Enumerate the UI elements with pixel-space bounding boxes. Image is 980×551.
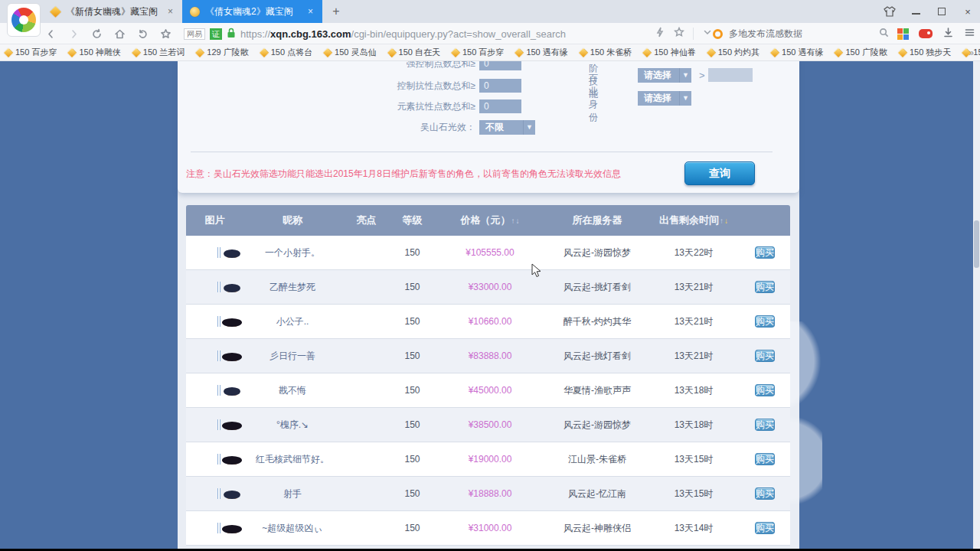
row-level: 150 <box>391 523 433 533</box>
games-icon[interactable] <box>919 29 933 38</box>
bookmark-favicon-icon <box>387 47 397 57</box>
new-tab-button[interactable]: + <box>328 4 345 19</box>
bookmark-item[interactable]: 150 独步天 <box>899 47 951 58</box>
row-nickname[interactable]: °槐序.↘ <box>243 419 341 432</box>
refresh-icon[interactable] <box>90 28 103 41</box>
home-icon[interactable] <box>113 28 126 41</box>
col-price-sort[interactable]: 价格（元）↑↓ <box>433 214 547 227</box>
caret-down-icon: ▼ <box>679 68 691 83</box>
row-price: ¥19000.00 <box>433 454 547 465</box>
bookmark-item[interactable]: 150 百步穿 <box>452 47 504 58</box>
reader-lightning-icon[interactable] <box>655 27 665 41</box>
bookmark-item[interactable]: 150 百步穿 <box>5 47 57 58</box>
tab-close-icon[interactable]: × <box>306 6 315 17</box>
avatar[interactable] <box>217 385 220 396</box>
bookmark-star-icon[interactable] <box>674 27 684 41</box>
mouse-cursor <box>531 263 542 282</box>
col-server: 所在服务器 <box>547 214 648 227</box>
row-nickname[interactable]: 乙醉生梦死 <box>243 281 341 294</box>
search-icon[interactable] <box>879 27 889 41</box>
bookmark-item[interactable]: 150 遇有缘 <box>771 47 823 58</box>
search-box[interactable]: 多地发布流感数据 <box>708 25 893 42</box>
favorite-star-icon[interactable] <box>159 28 172 41</box>
notice-text: 注意：吴山石光效筛选功能只能选出2015年1月8日维护后新寄售的角色，以前寄售的… <box>186 168 621 181</box>
col-time-sort[interactable]: 出售剩余时间↑↓ <box>648 214 740 227</box>
buy-button[interactable]: 购买 <box>755 315 775 328</box>
bookmark-label: 129 广陵散 <box>207 47 248 58</box>
row-nickname[interactable]: 彡日行一善 <box>243 350 341 363</box>
avatar[interactable] <box>217 247 220 258</box>
control-resist-input[interactable]: 0 <box>479 79 521 93</box>
browser-logo[interactable] <box>7 3 41 37</box>
close-button[interactable]: × <box>959 2 977 21</box>
minimize-button[interactable] <box>906 2 925 21</box>
bookmark-item[interactable]: 150 广陵散 <box>835 47 887 58</box>
tab-xqn-cbg[interactable]: 《新倩女幽魂》藏宝阁 × <box>43 0 182 23</box>
row-nickname[interactable]: ~超级超级凶ぃ <box>243 522 341 535</box>
url-text: https://xqn.cbg.163.com/cgi-bin/equipque… <box>240 28 566 40</box>
query-button[interactable]: 查询 <box>684 161 755 185</box>
buy-button[interactable]: 购买 <box>755 487 775 500</box>
avatar[interactable] <box>217 419 220 430</box>
forward-icon[interactable] <box>67 28 80 41</box>
apps-grid-icon[interactable] <box>897 28 909 40</box>
download-icon[interactable] <box>942 27 954 41</box>
bookmark-item[interactable]: 150 神仙眷 <box>643 47 695 58</box>
bookmarks-bar: » 150 百步穿 150 神雕侠 150 兰若词 129 广陵散 <box>0 44 980 61</box>
buy-button[interactable]: 购买 <box>755 419 775 431</box>
bookmark-item[interactable]: 129 广陵散 <box>196 47 248 58</box>
row-price: ¥10660.00 <box>433 316 547 327</box>
bookmark-label: 150 点将台 <box>271 47 312 58</box>
buy-button[interactable]: 购买 <box>755 453 775 465</box>
advance-skill-value-input[interactable] <box>708 68 753 82</box>
element-resist-input[interactable]: 0 <box>479 99 521 113</box>
undo-icon[interactable] <box>136 28 149 41</box>
row-price: ¥18888.00 <box>433 488 547 499</box>
avatar[interactable] <box>217 454 220 465</box>
row-nickname[interactable]: 一个小射手。 <box>243 246 341 259</box>
buy-button[interactable]: 购买 <box>755 350 775 362</box>
skin-icon[interactable] <box>880 2 899 21</box>
bookmark-item[interactable]: 150 点将台 <box>260 47 312 58</box>
bookmark-label: 150 遇有缘 <box>526 47 567 58</box>
career-select[interactable]: 请选择 ▼ <box>638 91 691 106</box>
row-time: 13天21时 <box>648 315 740 328</box>
buy-button[interactable]: 购买 <box>755 281 775 293</box>
scrollbar-thumb[interactable] <box>974 220 979 268</box>
browser-logo-icon <box>11 8 36 32</box>
bookmark-item[interactable]: 150 灵岛仙 <box>324 47 376 58</box>
avatar[interactable] <box>217 523 220 533</box>
bookmark-item[interactable]: 150 朱雀桥 <box>580 47 632 58</box>
row-nickname[interactable]: 戡不悔 <box>243 384 341 397</box>
advance-skill-select[interactable]: 请选择 ▼ <box>638 68 691 83</box>
light-effect-select[interactable]: 不限 ▼ <box>479 120 535 135</box>
tab-close-icon[interactable]: × <box>166 6 175 17</box>
strong-control-input[interactable]: 0 <box>479 61 521 70</box>
address-bar[interactable]: 网易 证 https://xqn.cbg.163.com/cgi-bin/equ… <box>184 23 566 44</box>
bookmark-item[interactable]: 150 自在天 <box>388 47 440 58</box>
row-nickname[interactable]: 射手 <box>243 487 341 500</box>
bookmark-item[interactable]: 150 兰若词 <box>132 47 185 58</box>
bookmark-item[interactable]: 150 神雕侠 <box>68 47 120 58</box>
buy-button[interactable]: 购买 <box>755 522 775 534</box>
avatar[interactable] <box>217 316 220 327</box>
maximize-button[interactable] <box>933 2 951 21</box>
tab-cbg2-active[interactable]: 《倩女幽魂2》藏宝阁 × <box>182 0 322 23</box>
search-suggestion[interactable]: 多地发布流感数据 <box>729 28 873 41</box>
menu-icon[interactable] <box>964 27 975 41</box>
sort-up-icon: ↑ <box>720 217 724 225</box>
buy-button[interactable]: 购买 <box>755 246 775 259</box>
avatar[interactable] <box>217 350 220 361</box>
table-row: 小公子.. 150 ¥10660.00 醉千秋-灼灼其华 13天21时 购买 <box>186 305 790 339</box>
bookmark-item[interactable]: 150 灼灼其 <box>707 47 760 58</box>
row-nickname[interactable]: 红毛核武细节好。 <box>243 453 341 466</box>
buy-button[interactable]: 购买 <box>755 384 775 396</box>
back-icon[interactable] <box>44 28 57 41</box>
page-viewport: 强控制点数总和≥ 0 控制抗性点数总和≥ 0 元素抗性点数总和≥ 0 吴山石光效… <box>0 61 980 549</box>
row-nickname[interactable]: 小公子.. <box>243 315 341 328</box>
form-label: 百业身份 <box>589 72 598 124</box>
avatar[interactable] <box>217 282 220 292</box>
scrollbar[interactable] <box>973 61 980 549</box>
bookmark-item[interactable]: 150 遇有缘 <box>515 47 567 58</box>
avatar[interactable] <box>217 488 220 499</box>
